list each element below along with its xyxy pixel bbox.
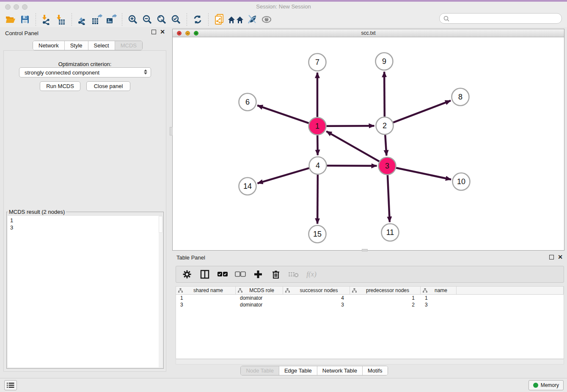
export-image-icon[interactable] [104,13,118,26]
toolbar-separator [187,13,187,26]
memory-button[interactable]: Memory [528,380,564,390]
edge-4-15[interactable] [317,174,318,224]
edge-2-8[interactable] [393,101,451,123]
node-10[interactable]: 10 [453,173,470,190]
create-column-icon[interactable] [252,268,264,280]
tab-select[interactable]: Select [88,41,115,50]
edge-4-14[interactable] [257,168,309,183]
tab-network[interactable]: Network [33,41,65,50]
node-15[interactable]: 15 [309,226,326,243]
traffic-lights-inactive[interactable] [5,4,30,11]
node-6[interactable]: 6 [239,94,256,111]
refresh-icon[interactable] [190,13,205,26]
network-view-titlebar[interactable]: × − + scc.txt [173,29,564,37]
show-graphics-details-icon[interactable] [245,13,259,26]
panel-splitter-grip[interactable] [170,127,173,135]
zoom-selected-icon[interactable] [169,13,183,26]
cell[interactable]: 1 [350,295,421,301]
save-session-icon[interactable] [18,13,32,26]
zoom-in-icon[interactable] [126,13,140,26]
cell[interactable]: 3 [176,301,236,308]
cell[interactable]: 4 [283,295,350,301]
import-network-icon[interactable] [39,13,54,26]
run-mcds-button[interactable]: Run MCDS [40,81,80,91]
table-row[interactable]: 1dominator411 [176,295,564,301]
cell[interactable]: 2 [350,301,421,308]
column-header-shared-name[interactable]: shared name [176,287,236,294]
table-close-panel-icon[interactable]: ✕ [558,255,563,259]
column-header-predecessor-nodes[interactable]: predecessor nodes [350,287,421,294]
table-float-panel-icon[interactable] [549,255,554,259]
cell[interactable]: 3 [421,301,457,308]
network-close-icon[interactable]: × [177,31,182,36]
zoom-fit-icon[interactable] [154,13,169,26]
edge-4-3[interactable] [327,166,377,166]
import-table-icon[interactable] [54,13,68,26]
settings-icon[interactable] [181,268,193,280]
tab-mcds[interactable]: MCDS [115,41,142,50]
tab-node-table[interactable]: Node Table [241,366,279,375]
network-search-input[interactable] [450,15,561,22]
node-3[interactable]: 3 [379,157,396,175]
edge-1-4[interactable] [317,135,318,155]
close-panel-icon[interactable]: ✕ [160,30,165,34]
task-history-button[interactable] [4,380,17,390]
network-minimize-icon[interactable]: − [185,31,190,36]
network-zoom-icon[interactable]: + [194,31,198,36]
float-panel-icon[interactable] [151,30,156,34]
cell[interactable]: 1 [421,295,457,301]
home-icon[interactable] [226,13,245,26]
table-scrollbar[interactable] [176,359,564,364]
node-11[interactable]: 11 [382,224,399,241]
export-network-icon[interactable] [75,13,90,26]
tab-motifs[interactable]: Motifs [363,366,388,375]
edge-3-10[interactable] [396,168,451,179]
svg-text:9: 9 [382,57,386,66]
node-8[interactable]: 8 [452,88,469,106]
edge-1-6[interactable] [257,105,309,123]
edge-1-2[interactable] [326,126,374,126]
edge-2-3[interactable] [385,135,386,155]
node-2[interactable]: 2 [376,117,394,135]
node-1[interactable]: 1 [309,118,326,135]
tab-style[interactable]: Style [65,41,88,50]
cell[interactable]: dominator [236,301,283,308]
delete-column-icon[interactable] [270,268,282,280]
network-search-field[interactable] [439,13,562,24]
network-canvas[interactable]: 7968124314101511 [173,37,564,250]
column-header-successor-nodes[interactable]: successor nodes [283,287,350,294]
node-4[interactable]: 4 [309,157,327,174]
node-7[interactable]: 7 [309,54,326,71]
zoom-out-icon[interactable] [140,13,154,26]
duplicate-network-icon[interactable] [212,13,226,26]
column-header-name[interactable]: name [421,287,457,294]
edge-2-9[interactable] [384,72,385,116]
tab-network-table[interactable]: Network Table [317,366,363,375]
open-session-icon[interactable] [3,13,18,26]
titlebar: Session: New Session [0,2,567,12]
cell[interactable]: 1 [176,295,236,301]
mcds-result-title: MCDS result (2 nodes) [8,209,66,215]
export-table-icon[interactable] [90,13,104,26]
cell[interactable]: 3 [283,301,350,308]
edge-3-11[interactable] [388,175,390,222]
column-selector-icon[interactable] [199,268,211,280]
horizontal-splitter-grip[interactable] [362,249,368,251]
criterion-select[interactable]: strongly connected component [19,67,151,77]
eye-icon[interactable] [259,13,274,26]
table-row[interactable]: 3dominator323 [176,301,564,308]
mcds-result-text[interactable]: 1 3 [8,216,162,367]
unselect-all-columns-icon[interactable] [234,268,246,280]
node-14[interactable]: 14 [239,178,256,195]
cell[interactable]: dominator [236,295,283,301]
edge-3-1[interactable] [326,131,379,161]
column-header-MCDS-role[interactable]: MCDS role [236,287,283,294]
close-panel-button[interactable]: Close panel [86,81,130,91]
tab-edge-table[interactable]: Edge Table [279,366,317,375]
select-all-columns-icon[interactable] [217,268,228,280]
result-scrollbar[interactable] [159,216,162,367]
node-9[interactable]: 9 [376,53,393,70]
function-builder-icon[interactable]: f(x) [306,268,317,280]
delete-table-icon[interactable] [288,268,300,280]
node-table[interactable]: shared nameMCDS rolesuccessor nodesprede… [176,286,564,359]
